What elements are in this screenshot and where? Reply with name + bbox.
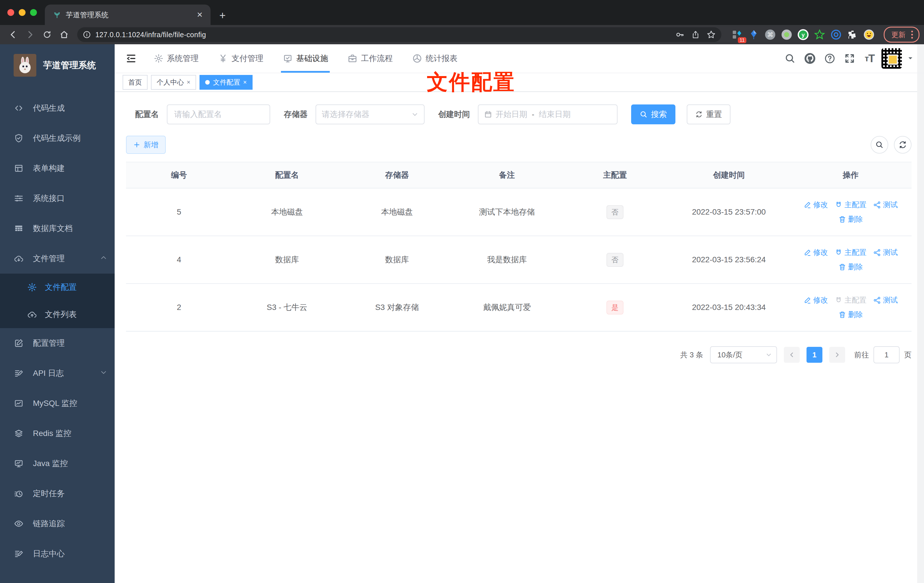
- sidebar-subitem-label: 文件配置: [45, 282, 77, 292]
- sidebar-item-9[interactable]: MySQL 监控: [0, 388, 115, 418]
- sidebar-item-11[interactable]: Java 监控: [0, 448, 115, 479]
- browser-tab[interactable]: 芋道管理系统 ✕: [45, 5, 211, 25]
- sidebar-submenu: 文件配置文件列表: [0, 274, 115, 328]
- sidebar-subitem-文件配置[interactable]: 文件配置: [0, 274, 115, 301]
- test-link[interactable]: 测试: [873, 200, 898, 210]
- ext-command-icon[interactable]: ⌘: [764, 29, 776, 40]
- sidebar-item-12[interactable]: 定时任务: [0, 479, 115, 509]
- sidebar-item-6[interactable]: 文件管理: [0, 244, 115, 274]
- close-window-button[interactable]: [7, 9, 14, 16]
- master-link[interactable]: 主配置: [835, 200, 866, 210]
- ext-kite-icon[interactable]: [748, 29, 759, 40]
- bookmark-star-icon[interactable]: [706, 30, 716, 39]
- page-unit-label: 页: [904, 350, 911, 360]
- config-name-input-field[interactable]: [173, 109, 264, 119]
- goto-page-input[interactable]: 1: [873, 346, 899, 363]
- master-link[interactable]: 主配置: [835, 248, 866, 258]
- home-icon[interactable]: [57, 27, 71, 42]
- tag-文件配置[interactable]: 文件配置×: [200, 75, 252, 90]
- password-key-icon[interactable]: [675, 30, 685, 39]
- tag-个人中心[interactable]: 个人中心×: [151, 75, 196, 90]
- toggle-search-button[interactable]: [871, 136, 888, 154]
- new-tab-button[interactable]: +: [214, 7, 231, 24]
- reload-icon[interactable]: [40, 27, 54, 42]
- sidebar-item-13[interactable]: 链路追踪: [0, 509, 115, 539]
- table-row-4: 4数据库数据库我是数据库否2022-03-15 23:56:24修改主配置测试删…: [126, 236, 911, 283]
- ext-y-green-icon[interactable]: y: [797, 29, 809, 40]
- test-link[interactable]: 测试: [873, 248, 898, 258]
- browser-menu-icon[interactable]: [911, 31, 913, 39]
- forward-icon[interactable]: [23, 27, 38, 42]
- sidebar-item-5[interactable]: 数据库文档: [0, 213, 115, 244]
- ext-grid-blue-icon[interactable]: 11: [732, 29, 743, 40]
- ext-star-green-icon[interactable]: [814, 29, 825, 40]
- sidebar-item-label: 链路追踪: [33, 518, 108, 529]
- ext-emoji-icon[interactable]: [863, 29, 874, 40]
- ext-blue-rings-icon[interactable]: [830, 29, 842, 40]
- reset-button[interactable]: 重置: [687, 104, 731, 124]
- sidebar-item-1[interactable]: 代码生成: [0, 93, 115, 123]
- github-icon[interactable]: [802, 51, 818, 66]
- tab-close-icon[interactable]: ✕: [195, 10, 205, 20]
- tag-close-icon[interactable]: ×: [243, 79, 247, 86]
- refresh-table-button[interactable]: [894, 136, 911, 154]
- top-menu-item-1[interactable]: 系统管理: [144, 44, 208, 73]
- sidebar-item-4[interactable]: 系统接口: [0, 183, 115, 213]
- extensions-bar: 11⌘y: [727, 29, 879, 40]
- collapse-sidebar-icon[interactable]: [122, 50, 140, 67]
- add-button[interactable]: 新增: [126, 135, 166, 154]
- ext-green-dot-icon[interactable]: [781, 29, 792, 40]
- master-link-label: 主配置: [844, 295, 866, 305]
- sidebar-item-3[interactable]: 表单构建: [0, 153, 115, 183]
- prev-page-button[interactable]: [784, 347, 800, 363]
- briefcase-icon: [347, 53, 358, 64]
- config-name-input[interactable]: [167, 104, 270, 124]
- address-bar[interactable]: 127.0.0.1:1024/infra/file/file-config: [77, 27, 721, 42]
- sidebar-item-14[interactable]: 日志中心: [0, 539, 115, 569]
- storage-select[interactable]: 请选择存储器: [315, 104, 424, 124]
- date-start-placeholder[interactable]: 开始日期: [495, 109, 527, 120]
- page-number-1[interactable]: 1: [807, 347, 822, 363]
- sidebar-item-7[interactable]: 配置管理: [0, 328, 115, 358]
- edit-link[interactable]: 修改: [804, 295, 828, 305]
- url-text[interactable]: 127.0.0.1:1024/infra/file/file-config: [95, 31, 671, 39]
- avatar[interactable]: [881, 48, 902, 69]
- top-menu-item-4[interactable]: 工作流程: [338, 44, 403, 73]
- cell-storage: 数据库: [342, 243, 452, 276]
- browser-update-button[interactable]: 更新: [884, 27, 919, 43]
- zoom-window-button[interactable]: [30, 9, 37, 16]
- date-range-picker[interactable]: 开始日期 - 结束日期: [478, 104, 617, 124]
- back-icon[interactable]: [6, 27, 20, 42]
- share-icon[interactable]: [691, 30, 700, 39]
- help-icon[interactable]: [822, 51, 838, 66]
- delete-link[interactable]: 删除: [838, 310, 863, 320]
- font-size-icon[interactable]: тT: [861, 51, 878, 66]
- tag-close-icon[interactable]: ×: [187, 79, 190, 86]
- search-icon[interactable]: [782, 51, 798, 66]
- edit-link[interactable]: 修改: [804, 248, 828, 258]
- delete-link[interactable]: 删除: [838, 262, 863, 272]
- date-end-placeholder[interactable]: 结束日期: [539, 109, 571, 120]
- goto-label: 前往: [854, 350, 869, 360]
- tag-首页[interactable]: 首页: [122, 75, 148, 90]
- edit-link[interactable]: 修改: [804, 200, 828, 210]
- minimize-window-button[interactable]: [19, 9, 26, 16]
- next-page-button[interactable]: [829, 347, 845, 363]
- page-size-select[interactable]: 10条/页: [710, 346, 777, 363]
- fullscreen-icon[interactable]: [842, 51, 858, 66]
- sidebar-subitem-文件列表[interactable]: 文件列表: [0, 301, 115, 328]
- ext-puzzle-icon[interactable]: [847, 29, 858, 40]
- app-logo[interactable]: 芋道管理系统: [0, 44, 115, 86]
- top-menu-item-2[interactable]: 支付管理: [208, 44, 273, 73]
- top-menu-item-3[interactable]: 基础设施: [273, 44, 338, 73]
- test-link[interactable]: 测试: [873, 295, 898, 305]
- avatar-dropdown-icon[interactable]: [907, 53, 914, 64]
- window-controls[interactable]: [0, 0, 45, 25]
- column-header-6: 创建时间: [668, 162, 790, 188]
- sidebar-item-8[interactable]: API 日志: [0, 358, 115, 388]
- sidebar-item-2[interactable]: 代码生成示例: [0, 123, 115, 153]
- site-info-icon[interactable]: [83, 31, 91, 39]
- delete-link[interactable]: 删除: [838, 214, 863, 224]
- sidebar-item-10[interactable]: Redis 监控: [0, 418, 115, 448]
- search-button[interactable]: 搜索: [631, 104, 675, 124]
